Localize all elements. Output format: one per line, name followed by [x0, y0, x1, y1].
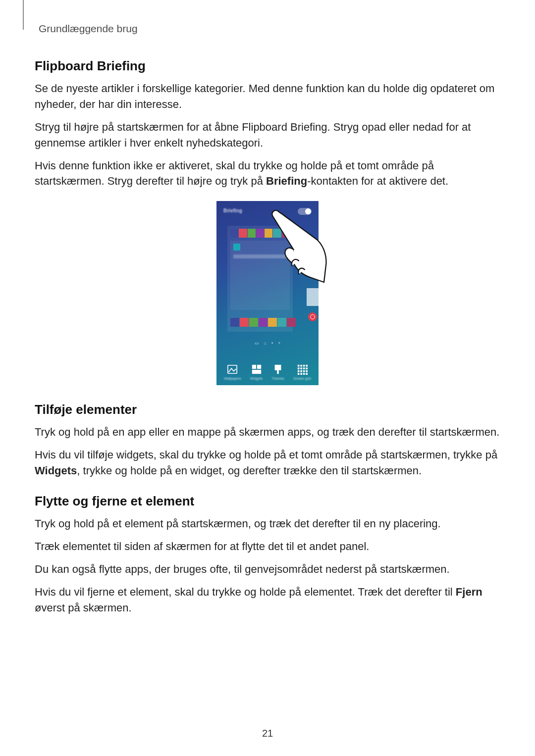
svg-rect-17	[306, 370, 308, 372]
home-options-row: Wallpapers Widgets Themes	[216, 364, 319, 380]
plus-icon: +	[278, 341, 280, 346]
screen-grid-label: Screen grid	[293, 377, 311, 380]
image-icon	[227, 364, 238, 375]
svg-rect-1	[252, 365, 256, 369]
screen-grid-option: Screen grid	[293, 364, 311, 380]
flipboard-p2: Stryg til højre på startskærmen for at å…	[35, 119, 500, 151]
widgets-option: Widgets	[250, 364, 263, 380]
themes-label: Themes	[272, 377, 284, 380]
flipboard-p3-bold: Briefing	[266, 175, 307, 187]
themes-option: Themes	[272, 364, 284, 380]
page-indicator: ▭ ⌂ • +	[216, 341, 319, 346]
svg-rect-20	[303, 373, 305, 375]
heading-flipboard: Flipboard Briefing	[35, 58, 500, 74]
breadcrumb: Grundlæggende brug	[39, 23, 500, 35]
svg-rect-10	[298, 368, 300, 370]
side-page-thumb	[307, 288, 319, 306]
dot-icon: •	[271, 341, 273, 346]
grid-icon	[297, 364, 308, 375]
svg-rect-11	[300, 368, 302, 370]
svg-rect-14	[298, 370, 300, 372]
svg-rect-5	[277, 370, 279, 374]
header-rule	[23, 0, 24, 30]
add-p2-a: Hvis du vil tilføje widgets, skal du try…	[35, 449, 497, 461]
indicator-icon: ▭	[255, 341, 259, 346]
flipboard-p3: Hvis denne funktion ikke er aktiveret, s…	[35, 158, 500, 190]
widgets-label: Widgets	[250, 377, 263, 380]
phone-top-label: Briefing	[223, 208, 242, 213]
flipboard-icon	[233, 244, 240, 251]
svg-rect-3	[252, 370, 261, 374]
svg-rect-9	[306, 365, 308, 367]
heading-move: Flytte og fjerne et element	[35, 494, 500, 509]
svg-rect-21	[306, 373, 308, 375]
svg-rect-7	[300, 365, 302, 367]
page-content: Grundlæggende brug Flipboard Briefing Se…	[0, 0, 535, 615]
move-p2: Træk elementet til siden af skærmen for …	[35, 539, 500, 554]
preview-panel	[227, 226, 293, 332]
flipboard-p3-b: -kontakten for at aktivere det.	[307, 175, 448, 187]
page-number: 21	[0, 728, 535, 739]
home-indicator-icon: ⌂	[264, 341, 267, 346]
add-p2: Hvis du vil tilføje widgets, skal du try…	[35, 447, 500, 479]
svg-rect-8	[303, 365, 305, 367]
wallpapers-option: Wallpapers	[224, 364, 241, 380]
svg-rect-4	[275, 365, 281, 370]
svg-rect-12	[303, 368, 305, 370]
flipboard-p1: Se de nyeste artikler i forskellige kate…	[35, 81, 500, 112]
svg-rect-15	[300, 370, 302, 372]
figure-briefing-toggle: Briefing ▭ ⌂ •	[35, 201, 500, 385]
svg-rect-16	[303, 370, 305, 372]
move-p4-b: øverst på skærmen.	[35, 602, 132, 614]
add-p1: Tryk og hold på en app eller en mappe på…	[35, 424, 500, 440]
svg-rect-2	[257, 365, 261, 369]
svg-rect-13	[306, 368, 308, 370]
wallpapers-label: Wallpapers	[224, 377, 241, 380]
svg-rect-19	[300, 373, 302, 375]
move-p1: Tryk og hold på et element på startskærm…	[35, 516, 500, 532]
color-row-bottom	[230, 318, 296, 327]
svg-rect-6	[298, 365, 300, 367]
move-p4-a: Hvis du vil fjerne et element, skal du t…	[35, 586, 456, 598]
side-page-thumb-2	[307, 308, 319, 326]
move-p3: Du kan også flytte apps, der bruges ofte…	[35, 561, 500, 577]
phone-mockup: Briefing ▭ ⌂ •	[216, 201, 319, 385]
brush-icon	[272, 364, 283, 375]
add-p2-bold: Widgets	[35, 464, 77, 477]
heading-add: Tilføje elementer	[35, 402, 500, 417]
briefing-toggle-icon	[298, 208, 312, 215]
color-row-top	[230, 229, 290, 238]
svg-rect-18	[298, 373, 300, 375]
move-p4: Hvis du vil fjerne et element, skal du t…	[35, 584, 500, 616]
add-p2-b: , trykke og holde på en widget, og deref…	[77, 464, 422, 477]
widgets-icon	[251, 364, 262, 375]
mini-card	[230, 241, 290, 310]
red-circle-icon	[308, 312, 317, 321]
move-p4-bold: Fjern	[456, 586, 482, 598]
